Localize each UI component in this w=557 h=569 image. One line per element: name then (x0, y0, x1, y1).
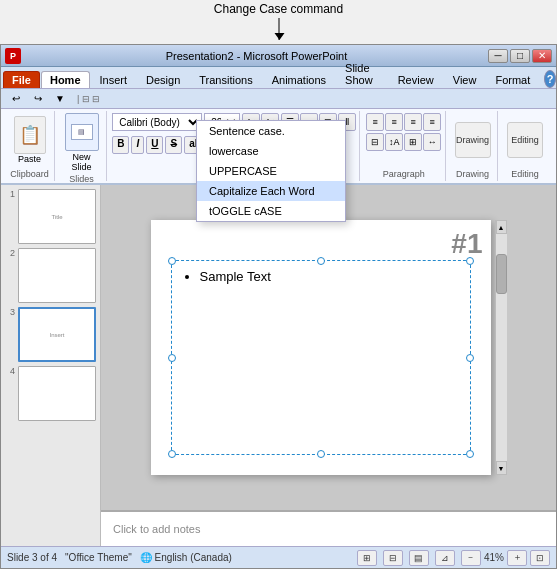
strikethrough-button[interactable]: S (165, 136, 182, 154)
handle-bottom-left[interactable] (168, 450, 176, 458)
view-normal-button[interactable]: ⊞ (357, 550, 377, 566)
editing-label: Editing (511, 167, 539, 179)
para-row-2: ⊟ ↕A ⊞ ↔ (366, 133, 441, 151)
slide-thumb-1[interactable]: 1 Title (5, 189, 96, 244)
uppercase-item[interactable]: UPPERCASE (197, 161, 345, 181)
tab-home[interactable]: Home (41, 71, 90, 88)
ribbon-group-slides: ▤ NewSlide Slides (57, 111, 107, 181)
status-right: ⊞ ⊟ ▤ ⊿ － 41% ＋ ⊡ (357, 550, 550, 566)
handle-top-left[interactable] (168, 257, 176, 265)
maximize-button[interactable]: □ (510, 49, 530, 63)
fit-window-button[interactable]: ⊡ (530, 550, 550, 566)
drawing-button[interactable]: Drawing (455, 122, 491, 158)
slide-thumbnail-2[interactable] (18, 248, 96, 303)
text-box[interactable]: Sample Text (171, 260, 471, 455)
tab-insert[interactable]: Insert (91, 71, 137, 88)
smartart-button[interactable]: ⊞ (404, 133, 422, 151)
editing-content: Editing (507, 113, 543, 167)
handle-top-middle[interactable] (317, 257, 325, 265)
italic-button[interactable]: I (131, 136, 144, 154)
editing-button[interactable]: Editing (507, 122, 543, 158)
ribbon-tabs: File Home Insert Design Transitions Anim… (1, 67, 556, 89)
sentence-case-item[interactable]: Sentence case. (197, 121, 345, 141)
lowercase-item[interactable]: lowercase (197, 141, 345, 161)
align-left-button[interactable]: ≡ (366, 113, 384, 131)
annotation-arrow (278, 18, 279, 40)
tab-file[interactable]: File (3, 71, 40, 88)
undo-button[interactable]: ↩ (7, 91, 25, 107)
handle-middle-left[interactable] (168, 354, 176, 362)
slides-label: Slides (69, 172, 94, 184)
redo-button[interactable]: ↪ (29, 91, 47, 107)
tab-format[interactable]: Format (486, 71, 539, 88)
zoom-in-button[interactable]: ＋ (507, 550, 527, 566)
notes-area[interactable]: Click to add notes (101, 510, 556, 546)
slide-panel: 1 Title 2 3 Insert 4 (1, 185, 101, 546)
language-info: 🌐 English (Canada) (140, 552, 232, 563)
convert-button[interactable]: ↔ (423, 133, 441, 151)
scroll-down-button[interactable]: ▼ (496, 461, 507, 475)
text-box-content: Sample Text (172, 261, 470, 292)
new-slide-label: NewSlide (71, 152, 91, 172)
main-content: 1 Title 2 3 Insert 4 (1, 185, 556, 546)
vertical-scrollbar[interactable]: ▲ ▼ (495, 220, 507, 475)
annotation-text: Change Case command (214, 2, 343, 16)
drawing-content: Drawing (455, 113, 491, 167)
view-reading-button[interactable]: ▤ (409, 550, 429, 566)
handle-bottom-right[interactable] (466, 450, 474, 458)
align-center-button[interactable]: ≡ (385, 113, 403, 131)
slide-number-4: 4 (5, 366, 15, 376)
slide-thumbnail-4[interactable] (18, 366, 96, 421)
ribbon-group-paragraph: ≡ ≡ ≡ ≡ ⊟ ↕A ⊞ ↔ Paragraph (362, 111, 446, 181)
slide-thumbnail-3[interactable]: Insert (18, 307, 96, 362)
slide-main-area: #1 Sample Text (101, 185, 556, 546)
align-right-button[interactable]: ≡ (404, 113, 422, 131)
tab-view[interactable]: View (444, 71, 486, 88)
paste-icon: 📋 (14, 116, 46, 154)
scroll-up-button[interactable]: ▲ (496, 220, 507, 234)
scroll-thumb[interactable] (496, 254, 507, 294)
view-slideshow-button[interactable]: ⊿ (435, 550, 455, 566)
view-slide-sorter-button[interactable]: ⊟ (383, 550, 403, 566)
handle-middle-right[interactable] (466, 354, 474, 362)
slide-number-1: 1 (5, 189, 15, 199)
window-controls: ─ □ ✕ (488, 49, 552, 63)
columns-button[interactable]: ⊟ (366, 133, 384, 151)
slide-number-2: 2 (5, 248, 15, 258)
clipboard-content: 📋 Paste (10, 113, 50, 167)
slide-thumbnail-1[interactable]: Title (18, 189, 96, 244)
slide-thumb-2[interactable]: 2 (5, 248, 96, 303)
zoom-out-button[interactable]: － (461, 550, 481, 566)
handle-top-right[interactable] (466, 257, 474, 265)
slide-3-label: Insert (49, 332, 64, 338)
text-direction-button[interactable]: ↕A (385, 133, 403, 151)
close-button[interactable]: ✕ (532, 49, 552, 63)
new-slide-button[interactable]: ▤ NewSlide (65, 113, 99, 172)
help-button[interactable]: ? (544, 70, 556, 88)
font-name-select[interactable]: Calibri (Body) (112, 113, 202, 131)
justify-button[interactable]: ≡ (423, 113, 441, 131)
zoom-level: 41% (484, 552, 504, 563)
app-icon: P (5, 48, 21, 64)
zoom-controls: － 41% ＋ ⊡ (461, 550, 550, 566)
qat-dropdown-button[interactable]: ▼ (51, 91, 69, 107)
underline-button[interactable]: U (146, 136, 163, 154)
tab-design[interactable]: Design (137, 71, 189, 88)
tab-transitions[interactable]: Transitions (190, 71, 261, 88)
slide-thumb-3[interactable]: 3 Insert (5, 307, 96, 362)
paste-button[interactable]: 📋 Paste (10, 116, 50, 164)
tab-animations[interactable]: Animations (263, 71, 335, 88)
handle-bottom-middle[interactable] (317, 450, 325, 458)
paste-label: Paste (18, 154, 41, 164)
tab-slideshow[interactable]: Slide Show (336, 59, 388, 88)
slide-thumb-4[interactable]: 4 (5, 366, 96, 421)
capitalize-each-word-item[interactable]: Capitalize Each Word (197, 181, 345, 201)
status-bar: Slide 3 of 4 "Office Theme" 🌐 English (C… (1, 546, 556, 568)
minimize-button[interactable]: ─ (488, 49, 508, 63)
slide-number-label: #1 (451, 228, 482, 260)
bold-button[interactable]: B (112, 136, 129, 154)
tab-review[interactable]: Review (389, 71, 443, 88)
toggle-case-item[interactable]: tOGGLE cASE (197, 201, 345, 221)
slide-canvas[interactable]: #1 Sample Text (151, 220, 491, 475)
slide-number-3: 3 (5, 307, 15, 317)
